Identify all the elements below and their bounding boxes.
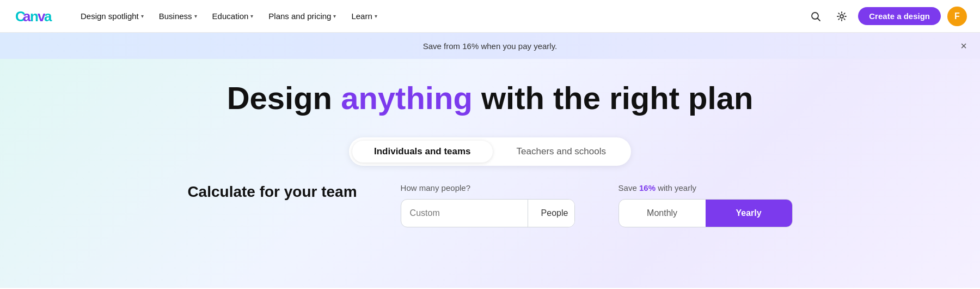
chevron-icon: ▾ [141, 13, 144, 19]
calculator-title-area: Calculate for your team [187, 183, 357, 201]
hero-title-part2: with the right plan [473, 80, 754, 116]
yearly-label: Yearly [736, 208, 762, 218]
chevron-icon: ▾ [333, 13, 336, 19]
nav-item-plans-pricing[interactable]: Plans and pricing ▾ [262, 8, 342, 24]
close-icon: × [960, 40, 967, 52]
hero-title-accent: anything [341, 80, 473, 116]
people-input-row: People [401, 199, 575, 227]
people-button[interactable]: People [528, 200, 575, 227]
nav-item-education[interactable]: Education ▾ [206, 8, 260, 24]
custom-people-input[interactable] [401, 200, 528, 227]
banner-close-button[interactable]: × [960, 40, 967, 52]
people-button-label: People [541, 208, 568, 218]
nav-label-education: Education [212, 11, 249, 21]
nav-label-learn: Learn [351, 11, 372, 21]
hero-section: Design anything with the right plan Indi… [0, 59, 980, 288]
settings-button[interactable] [832, 7, 852, 26]
hero-title-part1: Design [227, 80, 341, 116]
calculator-row: Calculate for your team How many people?… [11, 183, 969, 227]
nav-right: Create a design F [806, 7, 967, 26]
chevron-icon: ▾ [375, 13, 377, 19]
create-design-button[interactable]: Create a design [858, 7, 941, 25]
save-label: Save 16% with yearly [618, 183, 793, 192]
banner-text: Save from 16% when you pay yearly. [423, 41, 558, 51]
plan-tabs: Individuals and teams Teachers and schoo… [349, 137, 631, 166]
logo[interactable]: C a n v a [13, 8, 57, 25]
avatar-letter: F [954, 11, 960, 21]
hero-title: Design anything with the right plan [11, 81, 969, 116]
search-icon [810, 11, 821, 22]
tab-individuals-teams[interactable]: Individuals and teams [352, 141, 493, 162]
save-percentage: 16% [639, 183, 656, 192]
tab-teachers-schools[interactable]: Teachers and schools [495, 141, 628, 162]
billing-toggle: Monthly Yearly [618, 199, 793, 227]
chevron-icon: ▾ [194, 13, 197, 19]
yearly-toggle[interactable]: Yearly [706, 200, 792, 227]
billing-toggle-area: Save 16% with yearly Monthly Yearly [618, 183, 793, 227]
search-button[interactable] [806, 7, 825, 26]
svg-point-7 [840, 15, 843, 18]
svg-line-6 [818, 18, 820, 21]
promo-banner: Save from 16% when you pay yearly. × [0, 33, 980, 59]
tab-individuals-teams-label: Individuals and teams [374, 146, 471, 156]
navbar: C a n v a Design spotlight ▾ Business ▾ … [0, 0, 980, 33]
tab-teachers-schools-label: Teachers and schools [517, 146, 606, 156]
save-label-suffix: with yearly [656, 183, 696, 192]
gear-icon [836, 11, 847, 22]
nav-items: Design spotlight ▾ Business ▾ Education … [74, 8, 806, 24]
nav-label-plans-pricing: Plans and pricing [268, 11, 331, 21]
people-selector-area: How many people? People [401, 183, 575, 227]
nav-item-learn[interactable]: Learn ▾ [345, 8, 383, 24]
monthly-label: Monthly [647, 208, 677, 218]
svg-text:a: a [44, 8, 52, 25]
plan-tabs-container: Individuals and teams Teachers and schoo… [11, 137, 969, 166]
nav-label-design-spotlight: Design spotlight [81, 11, 139, 21]
people-label: How many people? [401, 183, 575, 192]
avatar[interactable]: F [947, 7, 967, 26]
nav-item-design-spotlight[interactable]: Design spotlight ▾ [74, 8, 150, 24]
nav-item-business[interactable]: Business ▾ [152, 8, 204, 24]
create-design-label: Create a design [869, 11, 930, 21]
monthly-toggle[interactable]: Monthly [619, 200, 706, 227]
calculator-title: Calculate for your team [187, 183, 357, 201]
nav-label-business: Business [159, 11, 192, 21]
save-label-prefix: Save [618, 183, 639, 192]
chevron-icon: ▾ [250, 13, 253, 19]
